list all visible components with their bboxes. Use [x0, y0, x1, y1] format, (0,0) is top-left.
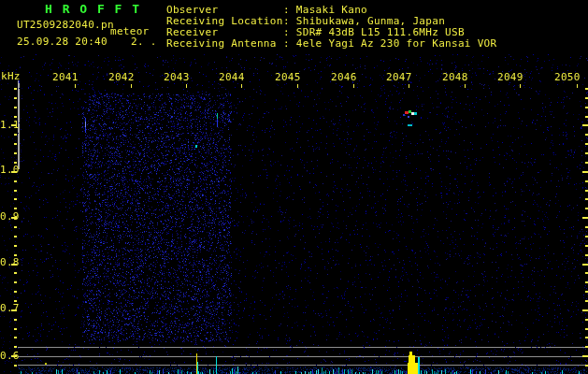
freq-tick — [14, 337, 17, 338]
freq-tick — [11, 355, 17, 357]
freq-tick — [14, 272, 17, 274]
freq-tick — [11, 264, 17, 266]
time-label: 2048 — [442, 72, 468, 82]
info-label-location: Receiving Location — [166, 16, 283, 26]
freq-tick — [14, 116, 17, 118]
info-label-receiver: Receiver — [166, 27, 218, 37]
info-value-receiver: : SDR# 43dB L15 111.6MHz USB — [283, 27, 465, 37]
freq-tick — [11, 171, 17, 173]
time-tick — [75, 84, 76, 88]
time-tick — [241, 84, 242, 88]
freq-tick — [582, 355, 588, 357]
freq-tick — [14, 143, 17, 145]
info-value-location: : Shibukawa, Gunma, Japan — [283, 16, 445, 26]
freq-tick — [582, 217, 588, 219]
freq-tick — [11, 217, 17, 219]
freq-tick — [14, 236, 17, 237]
freq-tick — [582, 124, 588, 126]
freq-tick — [14, 365, 17, 367]
datetime-label: 25.09.28 20:40 — [17, 36, 108, 47]
freq-tick — [582, 171, 588, 173]
freq-label: 1.0 — [0, 165, 20, 175]
time-tick — [297, 84, 298, 88]
freq-tick — [14, 281, 17, 283]
freq-tick — [14, 180, 17, 182]
time-label: 2047 — [386, 72, 412, 82]
time-label: 2041 — [52, 72, 79, 82]
freq-tick — [11, 124, 17, 126]
time-tick — [186, 84, 187, 88]
freq-tick — [14, 300, 17, 302]
freq-tick — [14, 152, 17, 154]
filename-label: UT2509282040.pn — [17, 20, 114, 30]
time-label: 2043 — [164, 72, 190, 82]
time-label: 2044 — [219, 72, 245, 82]
time-tick — [577, 84, 578, 88]
freq-tick — [14, 97, 17, 99]
freq-tick — [14, 328, 17, 330]
freq-tick — [14, 245, 17, 247]
freq-axis-unit: kHz — [1, 71, 21, 81]
time-label: 2045 — [275, 72, 301, 82]
label-layer: H R O F F T UT2509282040.pn meteor 25.09… — [0, 0, 588, 374]
freq-tick — [14, 190, 17, 192]
time-tick — [465, 84, 466, 88]
time-label: 2046 — [331, 72, 357, 82]
freq-tick — [14, 162, 17, 164]
freq-tick — [14, 291, 17, 293]
freq-tick — [14, 254, 17, 256]
time-tick — [520, 84, 521, 88]
time-tick — [409, 84, 409, 88]
freq-tick — [582, 264, 588, 266]
freq-label: 0.7 — [0, 303, 20, 313]
freq-tick — [582, 309, 588, 311]
info-label-antenna: Receiving Antenna — [166, 38, 277, 49]
info-value-antenna: : 4ele Yagi Az 230 for Kansai VOR — [283, 38, 496, 49]
info-label-observer: Observer — [166, 5, 218, 15]
time-tick — [353, 84, 354, 88]
freq-label: 0.8 — [0, 257, 20, 267]
freq-tick — [14, 134, 17, 136]
hrofft-screen: H R O F F T UT2509282040.pn meteor 25.09… — [0, 0, 588, 374]
freq-tick — [11, 309, 17, 311]
counter-label: 2. . — [131, 36, 157, 47]
freq-tick — [14, 346, 17, 348]
freq-tick — [14, 88, 17, 90]
app-title: H R O F F T — [45, 3, 141, 15]
freq-tick — [14, 319, 17, 321]
info-value-observer: : Masaki Kano — [283, 5, 367, 15]
time-tick — [131, 84, 132, 88]
time-label: 2050 — [554, 72, 581, 82]
time-label: 2049 — [497, 72, 523, 82]
freq-tick — [14, 226, 17, 228]
freq-tick — [14, 208, 17, 209]
time-label: 2042 — [108, 72, 135, 82]
freq-tick — [14, 198, 17, 200]
freq-tick — [14, 107, 17, 108]
